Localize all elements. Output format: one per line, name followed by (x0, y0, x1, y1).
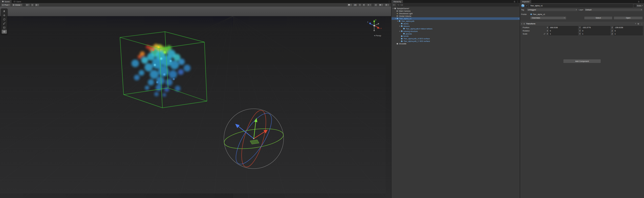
pivot-icon (2, 4, 4, 6)
global-dropdown[interactable]: Global ▾ (12, 3, 23, 6)
foldout-icon[interactable]: ▾ (394, 18, 396, 19)
rotate-tool-button[interactable] (2, 17, 7, 21)
hierarchy-menu-icon[interactable]: ⋮ (517, 1, 519, 3)
open-prefab-arrow[interactable]: › (518, 17, 519, 20)
create-object-button[interactable]: + ▾ (392, 4, 396, 6)
active-checkbox[interactable]: ✓ (525, 4, 528, 7)
move-tool-button[interactable] (2, 13, 7, 17)
tab-game[interactable]: Game (12, 0, 23, 3)
layer-value: Default (586, 9, 592, 11)
grid-visibility-dropdown[interactable]: ▾ (25, 3, 30, 6)
position-x-field[interactable]: 168.0158 (549, 26, 578, 29)
hierarchy-row[interactable]: ▾7lwv_alpha_v1› (392, 17, 520, 20)
prefab-cube-icon (530, 13, 532, 15)
hierarchy-row[interactable]: 7lwv_alpha.pdb_A SES surface (392, 38, 520, 40)
view-tool-button[interactable] (2, 9, 7, 13)
lock-icon[interactable] (514, 1, 516, 2)
rotation-x-field[interactable]: 0 (549, 29, 578, 32)
audio-toggle[interactable] (362, 3, 366, 6)
select-button[interactable]: Select (584, 16, 612, 20)
prefab-icon (399, 20, 400, 22)
axis-y-label: Y (579, 33, 581, 35)
snap-increment-dropdown[interactable]: ▾ (35, 3, 39, 6)
static-checkbox[interactable] (634, 5, 636, 7)
scale-z-field[interactable]: 1 (614, 32, 643, 35)
add-component-button[interactable]: Add Component (563, 59, 601, 63)
name-field[interactable] (529, 4, 633, 7)
tag-dropdown[interactable]: Untagged ▾ (527, 8, 578, 11)
lock-icon[interactable] (638, 1, 640, 2)
prefab-label: Prefab (521, 13, 529, 15)
hierarchy-row[interactable]: Global Volume (392, 15, 520, 17)
scene-visibility-toggle[interactable] (374, 3, 378, 6)
pivot-dropdown[interactable]: Pivot ▾ (1, 3, 11, 6)
tag-value: Untagged (528, 9, 536, 11)
tab-scene[interactable]: Scene (0, 0, 12, 3)
scale-link-icon[interactable] (543, 33, 547, 35)
hierarchy-row[interactable]: ShowBB (392, 43, 520, 45)
hierarchy-row[interactable]: atoms (392, 22, 520, 25)
rotation-row: RotationX0Y0Z0 (520, 29, 644, 32)
overrides-dropdown[interactable]: Overrides ▾ (530, 16, 566, 20)
transform-tool-button[interactable] (2, 30, 7, 33)
component-menu-icon[interactable]: ⋮ (641, 23, 643, 25)
prefab-asset-link[interactable]: 7lwv_alpha_v1 (530, 13, 545, 15)
hierarchy-row-label: Main Camera (399, 10, 411, 12)
foldout-icon[interactable]: ▾ (397, 20, 399, 22)
scene-menu-icon[interactable]: ⋮ (388, 1, 390, 3)
foldout-icon[interactable]: ▾ (521, 23, 522, 25)
caret-icon: ▾ (400, 4, 400, 6)
rotate-icon (3, 18, 6, 21)
hierarchy-row[interactable]: ▾missing structure (392, 30, 520, 32)
camera-settings-dropdown[interactable]: ▾ (378, 3, 384, 6)
hierarchy-row[interactable]: 7lwv_alpha.pdb_C SES surface (392, 40, 520, 43)
hierarchy-row[interactable]: ▾ribbons (392, 25, 520, 27)
snap-toggle-button[interactable] (31, 3, 34, 6)
2d-toggle[interactable]: 2D (353, 3, 358, 6)
tab-hierarchy[interactable]: Hierarchy (392, 0, 403, 3)
axis-y-label: Y (579, 26, 581, 29)
position-y-field[interactable]: -163.3776 (581, 26, 610, 29)
transform-header[interactable]: ▾ Transform ? ⋮ (520, 22, 644, 26)
scale-tool-button[interactable] (2, 22, 7, 25)
hierarchy-row[interactable]: Main Camera (392, 10, 520, 12)
projection-label[interactable]: ◀ Persp (374, 34, 381, 37)
prefab-icon (401, 30, 402, 32)
hierarchy-row[interactable]: 7lwv_alpha.pdb # ribbon tethers (392, 27, 520, 30)
draw-mode-dropdown[interactable]: ▾ (347, 3, 353, 6)
layer-label: Layer (579, 9, 584, 11)
rotation-y-field[interactable]: 0 (581, 29, 610, 32)
hierarchy-row-label: pbonds (406, 33, 412, 35)
open-button[interactable]: Open (614, 16, 643, 20)
hierarchy-row[interactable]: bonds (392, 35, 520, 38)
hierarchy-row[interactable]: ▾7lwv_alpha.pdb (392, 20, 520, 22)
hierarchy-panel: Hierarchy ⋮ + ▾ ▾ All ▾SampleScene*Main … (391, 0, 520, 198)
hierarchy-search-input[interactable]: ▾ All (396, 4, 519, 6)
lighting-toggle[interactable] (358, 3, 362, 6)
inspector-menu-icon[interactable]: ⋮ (641, 1, 643, 3)
hierarchy-row-label: 7lwv_alpha.pdb_C SES surface (403, 40, 430, 43)
hierarchy-row[interactable]: Directional Light (392, 12, 520, 15)
help-icon[interactable]: ? (635, 23, 636, 25)
camera-icon (396, 10, 398, 12)
tab-inspector[interactable]: Inspector (520, 0, 531, 3)
position-z-field[interactable]: -159.6156 (614, 26, 643, 29)
pivot-label: Pivot (4, 4, 8, 6)
presets-icon[interactable] (637, 23, 639, 25)
foldout-icon[interactable]: ▾ (392, 8, 394, 9)
hierarchy-row[interactable]: ▾SampleScene* (392, 7, 520, 10)
static-dropdown-icon[interactable]: ▾ (642, 5, 643, 6)
axis-x-label: x (380, 27, 381, 29)
rotation-z-field[interactable]: 0 (614, 29, 643, 32)
foldout-icon[interactable]: ▾ (399, 25, 401, 27)
rect-tool-button[interactable] (2, 26, 7, 29)
layer-dropdown[interactable]: Default ▾ (584, 8, 643, 11)
scale-y-field[interactable]: 1 (581, 32, 610, 35)
hand-icon (3, 10, 6, 12)
scene-viewport[interactable]: y z x (0, 7, 391, 198)
scale-x-field[interactable]: 1 (549, 32, 578, 35)
foldout-icon[interactable]: ▾ (399, 30, 401, 32)
hierarchy-row[interactable]: pbonds (392, 32, 520, 35)
gizmos-dropdown[interactable]: ▾ (384, 3, 390, 6)
effects-dropdown[interactable]: ▾ (366, 3, 372, 6)
